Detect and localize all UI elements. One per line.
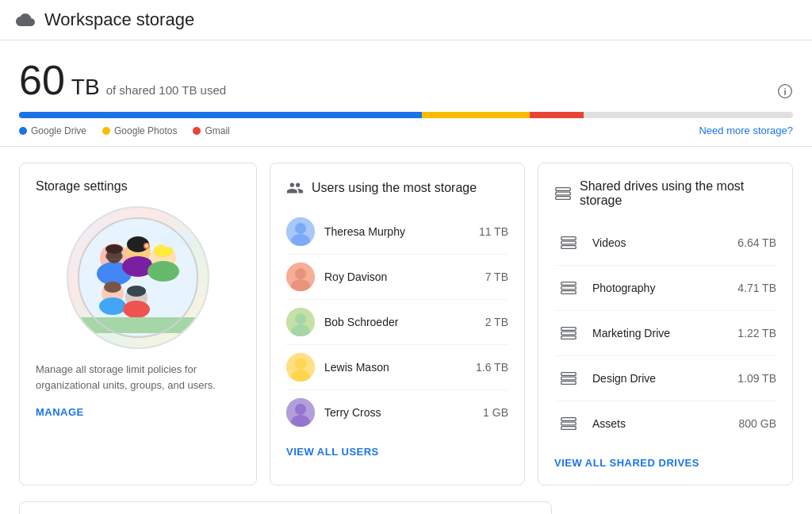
resources-card: Resources for you Understanding how your… — [19, 501, 552, 514]
svg-rect-54 — [561, 336, 576, 339]
gmail-legend-dot — [193, 127, 201, 135]
view-all-users-link[interactable]: VIEW ALL USERS — [286, 446, 508, 458]
view-all-drives-link[interactable]: VIEW ALL SHARED DRIVES — [554, 457, 776, 469]
svg-rect-59 — [561, 422, 576, 425]
drive-icon — [554, 228, 583, 257]
drive-name: Marketing Drive — [592, 327, 737, 339]
svg-rect-48 — [561, 246, 576, 249]
drive-legend-label: Google Drive — [31, 125, 86, 136]
svg-rect-49 — [561, 282, 576, 286]
drive-list-item: Photography 4.71 TB — [554, 266, 776, 311]
drive-name: Assets — [592, 417, 739, 430]
users-card: Users using the most storage Theresa Mur… — [270, 163, 525, 485]
users-icon — [286, 179, 304, 197]
svg-point-19 — [104, 282, 121, 293]
users-card-header: Users using the most storage — [286, 179, 508, 197]
user-avatar — [286, 263, 315, 291]
user-list-item: Lewis Mason 1.6 TB — [286, 345, 508, 390]
shared-drives-card: Shared drives using the most storage Vid… — [538, 163, 793, 485]
svg-rect-45 — [556, 197, 570, 200]
user-avatar — [286, 217, 315, 246]
svg-rect-55 — [561, 373, 576, 376]
storage-settings-header: Storage settings — [36, 179, 240, 194]
shared-drives-header: Shared drives using the most storage — [554, 179, 776, 208]
drive-icon — [554, 319, 583, 347]
storage-size-unit: TB — [71, 75, 100, 100]
storage-settings-card: Storage settings — [19, 163, 257, 485]
drive-name: Design Drive — [592, 372, 737, 385]
legend-drive: Google Drive — [19, 125, 86, 136]
svg-point-38 — [295, 359, 306, 370]
user-storage: 1.6 TB — [476, 361, 508, 374]
drive-icon — [554, 274, 583, 302]
drive-storage: 4.71 TB — [737, 282, 776, 294]
svg-point-35 — [295, 313, 306, 324]
user-name: Bob Schroeder — [324, 316, 485, 328]
svg-rect-43 — [556, 188, 570, 191]
drive-name: Photography — [592, 282, 737, 294]
svg-point-13 — [145, 244, 148, 247]
users-list: Theresa Murphy 11 TB Roy Davison 7 TB Bo… — [286, 209, 508, 435]
svg-point-10 — [130, 238, 138, 247]
shared-drives-title: Shared drives using the most storage — [580, 179, 776, 208]
storage-settings-description: Manage all storage limit policies for or… — [36, 362, 240, 393]
gmail-legend-label: Gmail — [205, 125, 229, 136]
drive-legend-dot — [19, 127, 27, 135]
page-header: Workspace storage — [0, 0, 812, 40]
need-more-storage-link[interactable]: Need more storage? — [699, 125, 793, 136]
page-title: Workspace storage — [44, 10, 194, 30]
svg-rect-52 — [561, 328, 576, 331]
bottom-section: Resources for you Understanding how your… — [0, 501, 812, 514]
user-storage: 2 TB — [485, 316, 508, 328]
drive-storage: 6.64 TB — [737, 236, 776, 249]
photos-legend-dot — [102, 127, 110, 135]
main-cards-section: Storage settings — [0, 147, 812, 501]
storage-overview: 60 TB of shared 100 TB used Google Drive… — [0, 40, 812, 147]
user-avatar — [286, 308, 315, 336]
drive-icon — [554, 364, 583, 393]
drive-storage: 1.22 TB — [737, 327, 776, 339]
storage-legend: Google Drive Google Photos Gmail Need mo… — [19, 125, 793, 136]
user-list-item: Terry Cross 1 GB — [286, 390, 508, 435]
storage-progress-bar — [19, 112, 793, 118]
photos-progress-segment — [422, 112, 530, 118]
user-list-item: Theresa Murphy 11 TB — [286, 209, 508, 255]
storage-size-desc: of shared 100 TB used — [106, 83, 227, 97]
user-name: Terry Cross — [324, 406, 483, 419]
svg-point-6 — [105, 244, 123, 254]
shared-drives-icon — [554, 185, 572, 202]
user-storage: 11 TB — [479, 225, 508, 238]
svg-rect-58 — [561, 418, 576, 421]
svg-rect-51 — [561, 291, 576, 294]
svg-point-15 — [147, 261, 179, 282]
users-card-title: Users using the most storage — [312, 181, 477, 195]
svg-rect-44 — [556, 192, 570, 195]
svg-rect-53 — [561, 332, 576, 335]
storage-size-number: 60 — [19, 56, 65, 104]
user-list-item: Roy Davison 7 TB — [286, 255, 508, 300]
storage-settings-title: Storage settings — [36, 179, 128, 194]
drive-storage: 1.09 TB — [737, 372, 776, 385]
gmail-progress-segment — [530, 112, 584, 118]
user-storage: 1 GB — [483, 406, 508, 419]
user-name: Lewis Mason — [324, 361, 476, 374]
user-avatar — [286, 353, 315, 382]
svg-point-32 — [295, 268, 306, 279]
drive-list-item: Videos 6.64 TB — [554, 221, 776, 266]
svg-rect-50 — [561, 286, 576, 290]
svg-point-22 — [127, 286, 146, 297]
svg-rect-57 — [561, 382, 576, 385]
svg-point-41 — [295, 404, 306, 415]
drive-list-item: Assets 800 GB — [554, 401, 776, 446]
svg-rect-56 — [561, 377, 576, 380]
manage-link[interactable]: MANAGE — [36, 406, 84, 418]
drive-name: Videos — [592, 236, 737, 249]
svg-rect-47 — [561, 241, 576, 244]
user-list-item: Bob Schroeder 2 TB — [286, 300, 508, 345]
drive-storage: 800 GB — [739, 417, 776, 430]
info-icon[interactable] — [777, 83, 793, 99]
cloud-icon — [16, 10, 35, 29]
legend-photos: Google Photos — [102, 125, 177, 136]
drive-list-item: Design Drive 1.09 TB — [554, 356, 776, 401]
illustration-circle — [67, 206, 209, 349]
